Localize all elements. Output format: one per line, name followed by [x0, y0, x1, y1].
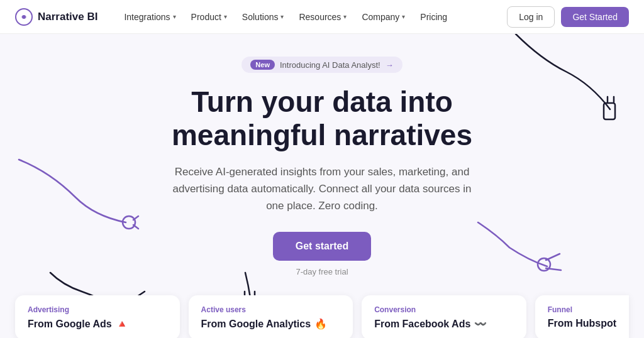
card-category: Advertising	[28, 305, 167, 314]
logo[interactable]: Narrative BI	[15, 8, 97, 26]
card-title: From Google Analytics 🔥	[201, 318, 341, 330]
cards-row: Advertising From Google Ads 🔺 Active use…	[0, 295, 644, 338]
card-category: Conversion	[374, 305, 514, 314]
badge-text: Introducing AI Data Analyst!	[280, 60, 380, 70]
card-emoji: 〰️	[474, 318, 487, 330]
chevron-down-icon: ▾	[224, 13, 227, 20]
navbar: Narrative BI Integrations ▾ Product ▾ So…	[0, 0, 644, 34]
chevron-down-icon: ▾	[280, 13, 284, 20]
card-advertising[interactable]: Advertising From Google Ads 🔺	[15, 295, 180, 338]
hero-subtitle: Receive AI-generated insights from your …	[171, 163, 473, 215]
chevron-down-icon: ▾	[173, 13, 176, 20]
get-started-hero-button[interactable]: Get started	[273, 232, 371, 261]
logo-icon	[15, 8, 33, 26]
nav-company[interactable]: Company ▾	[355, 8, 411, 26]
trial-text: 7-day free trial	[296, 267, 348, 276]
get-started-nav-button[interactable]: Get Started	[561, 7, 629, 27]
nav-integrations[interactable]: Integrations ▾	[118, 8, 182, 26]
card-conversion[interactable]: Conversion From Facebook Ads 〰️	[362, 295, 526, 338]
card-title: From Facebook Ads 〰️	[374, 318, 514, 330]
card-emoji: 🔺	[116, 318, 128, 330]
chevron-down-icon: ▾	[343, 13, 347, 20]
chevron-down-icon: ▾	[402, 13, 405, 20]
card-category: Active users	[201, 305, 341, 314]
card-title: From Google Ads 🔺	[28, 318, 167, 330]
card-title: From Hubspot	[548, 318, 616, 329]
nav-actions: Log in Get Started	[507, 6, 629, 28]
card-funnel-partial[interactable]: Funnel From Hubspot	[535, 295, 629, 338]
nav-product[interactable]: Product ▾	[185, 8, 233, 26]
login-button[interactable]: Log in	[507, 6, 555, 28]
hero-section: New Introducing AI Data Analyst! → Turn …	[0, 34, 644, 289]
announcement-badge[interactable]: New Introducing AI Data Analyst! →	[242, 57, 402, 73]
card-emoji: 🔥	[314, 318, 327, 330]
nav-solutions[interactable]: Solutions ▾	[236, 8, 291, 26]
hero-title: Turn your data into meaningful narrative…	[172, 85, 472, 152]
card-category: Funnel	[548, 305, 616, 314]
logo-text: Narrative BI	[38, 11, 97, 23]
nav-pricing[interactable]: Pricing	[414, 8, 453, 26]
card-active-users[interactable]: Active users From Google Analytics 🔥	[189, 295, 353, 338]
nav-resources[interactable]: Resources ▾	[292, 8, 353, 26]
nav-links: Integrations ▾ Product ▾ Solutions ▾ Res…	[118, 8, 507, 26]
badge-new-label: New	[250, 60, 275, 70]
badge-arrow: →	[386, 60, 394, 70]
svg-point-1	[22, 15, 26, 19]
